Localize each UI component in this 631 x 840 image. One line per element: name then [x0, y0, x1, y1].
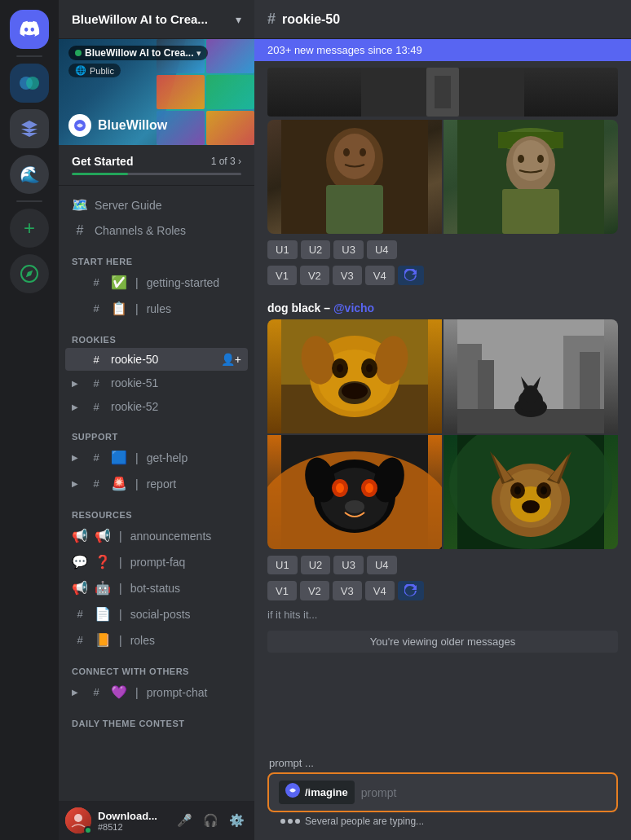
server-icon-bluewillow[interactable] — [10, 64, 49, 103]
refresh-button-dogs[interactable] — [398, 581, 424, 600]
messages-area[interactable]: 203+ new messages since 13:49 — [254, 39, 631, 750]
bot-emoji: 🤖 — [95, 580, 111, 596]
sidebar-item-bot-status[interactable]: 📢 🤖 | bot-status — [65, 575, 248, 600]
svg-rect-8 — [435, 76, 451, 108]
portrait-man1 — [267, 120, 442, 234]
hash-icon-gethelp: # — [88, 451, 104, 464]
svg-point-57 — [365, 483, 373, 493]
slash-command-display: /imagine — [279, 781, 355, 804]
v1-button-portraits[interactable]: V1 — [267, 266, 297, 285]
mute-mic-button[interactable]: 🎤 — [173, 809, 196, 832]
discord-home-icon[interactable] — [10, 10, 49, 49]
banner-public-badge: 🌐 Public — [68, 64, 121, 77]
get-help-label: get-help — [147, 451, 241, 464]
svg-point-12 — [334, 134, 375, 179]
user-controls: 🎤 🎧 ⚙️ — [173, 809, 248, 832]
prompt-faq-label: prompt-faq — [130, 556, 241, 569]
add-server-button[interactable]: + — [10, 209, 49, 248]
slash-command-text: /imagine — [305, 786, 348, 798]
user-info: Download... #8512 — [98, 810, 166, 832]
banner-status-badge: BlueWillow AI to Crea... ▾ — [68, 46, 208, 60]
sidebar-item-rules[interactable]: # 📋 | rules — [65, 296, 248, 321]
icon-bar: 🌊 + — [0, 0, 59, 840]
server-icon-2[interactable] — [10, 109, 49, 148]
sidebar-item-prompt-chat[interactable]: ▶ # 💜 | prompt-chat — [65, 679, 248, 705]
sidebar-item-channels-roles[interactable]: # Channels & Roles — [65, 218, 248, 243]
svg-point-24 — [537, 155, 544, 163]
typing-text: Several people are typing... — [305, 816, 424, 827]
promptchat-emoji: 💜 — [111, 684, 127, 700]
svg-point-5 — [74, 814, 82, 822]
user-tag: #8512 — [98, 822, 166, 832]
rules-icon: 📋 — [111, 301, 127, 316]
user-status-dot — [84, 826, 92, 834]
section-resources: RESOURCES — [65, 497, 248, 523]
sidebar-item-get-help[interactable]: ▶ # 🟦 | get-help — [65, 445, 248, 470]
sidebar-item-rookie-52[interactable]: ▶ # rookie-52 — [65, 395, 248, 418]
faq-chat-icon: 💬 — [72, 554, 88, 570]
channels-roles-label: Channels & Roles — [95, 224, 241, 237]
help-emoji: 🟦 — [111, 450, 127, 465]
svg-rect-22 — [502, 189, 559, 234]
sidebar-item-social-posts[interactable]: # 📄 | social-posts — [65, 601, 248, 627]
map-icon: 🗺️ — [72, 197, 88, 213]
u4-button-dogs[interactable]: U4 — [367, 556, 397, 574]
sidebar-item-roles-resources[interactable]: # 📙 | roles — [65, 627, 248, 653]
add-user-icon[interactable]: 👤+ — [221, 353, 241, 366]
u1-button-dogs[interactable]: U1 — [267, 556, 298, 574]
prompt-chat-label: prompt-chat — [147, 686, 241, 699]
deafen-button[interactable]: 🎧 — [199, 809, 222, 832]
sidebar-item-announcements[interactable]: 📢 📢 | announcements — [65, 523, 248, 548]
svg-rect-13 — [326, 185, 383, 234]
portrait-man2 — [443, 120, 618, 234]
v1-button-dogs[interactable]: V1 — [267, 581, 297, 600]
roles-resources-label: roles — [130, 634, 241, 647]
u2-button-portraits[interactable]: U2 — [301, 240, 331, 259]
chat-input-box[interactable]: /imagine prompt — [267, 772, 618, 812]
dog-image-grid — [267, 319, 618, 549]
rules-label: rules — [147, 302, 241, 315]
refresh-button-portraits[interactable] — [398, 266, 424, 285]
social-posts-label: social-posts — [130, 608, 241, 621]
explore-button[interactable] — [10, 254, 49, 293]
sidebar-item-rookie-50[interactable]: # rookie-50 👤+ — [65, 348, 248, 371]
typing-dot-3 — [295, 819, 300, 824]
v4-button-dogs[interactable]: V4 — [365, 581, 395, 600]
server-divider-2 — [16, 200, 42, 202]
v3-button-dogs[interactable]: V3 — [333, 581, 362, 600]
sidebar-item-rookie-51[interactable]: ▶ # rookie-51 — [65, 372, 248, 394]
server-icon-3[interactable]: 🌊 — [10, 155, 49, 194]
u3-button-dogs[interactable]: U3 — [333, 556, 364, 574]
u4-button-portraits[interactable]: U4 — [367, 240, 397, 259]
settings-button[interactable]: ⚙️ — [225, 809, 248, 832]
dog-black-author-line: dog black – @vicho — [254, 295, 631, 316]
server-divider-1 — [16, 55, 42, 57]
channel-header: # rookie-50 — [254, 0, 631, 39]
v3-button-portraits[interactable]: V3 — [333, 266, 362, 285]
sidebar-item-getting-started[interactable]: # ✅ | getting-started — [65, 270, 248, 295]
get-started-count[interactable]: 1 of 3 › — [211, 156, 241, 167]
sidebar-navigation: 🗺️ Server Guide # Channels & Roles START… — [59, 186, 254, 801]
u2-button-dogs[interactable]: U2 — [301, 556, 331, 574]
u1-button-portraits[interactable]: U1 — [267, 240, 298, 259]
chevron-down-icon-banner: ▾ — [196, 48, 201, 59]
sidebar-item-report[interactable]: ▶ # 🚨 | report — [65, 471, 248, 496]
online-dot — [75, 50, 82, 56]
bot-status-label: bot-status — [130, 582, 241, 595]
image-group-portraits: U1 U2 U3 U4 V1 V2 V3 V4 — [254, 61, 631, 288]
u3-button-portraits[interactable]: U3 — [333, 240, 364, 259]
v2-button-dogs[interactable]: V2 — [300, 581, 329, 600]
svg-point-23 — [518, 155, 524, 163]
dog-german-shepherd-image — [443, 435, 618, 549]
banner-server-name-text: BlueWillow AI to Crea... — [85, 47, 193, 59]
hash-icon-rookie51: # — [88, 377, 104, 389]
server-header[interactable]: BlueWillow AI to Crea... ▾ — [59, 0, 254, 39]
v2-button-portraits[interactable]: V2 — [300, 266, 329, 285]
sidebar-item-server-guide[interactable]: 🗺️ Server Guide — [65, 192, 248, 218]
dog-orange-image — [267, 435, 442, 549]
report-emoji: 🚨 — [111, 476, 127, 491]
section-connect-with-others: CONNECT WITH OTHERS — [65, 653, 248, 679]
sidebar-item-prompt-faq[interactable]: 💬 ❓ | prompt-faq — [65, 549, 248, 574]
portrait-buttons-row1: U1 U2 U3 U4 — [254, 237, 631, 262]
v4-button-portraits[interactable]: V4 — [365, 266, 395, 285]
